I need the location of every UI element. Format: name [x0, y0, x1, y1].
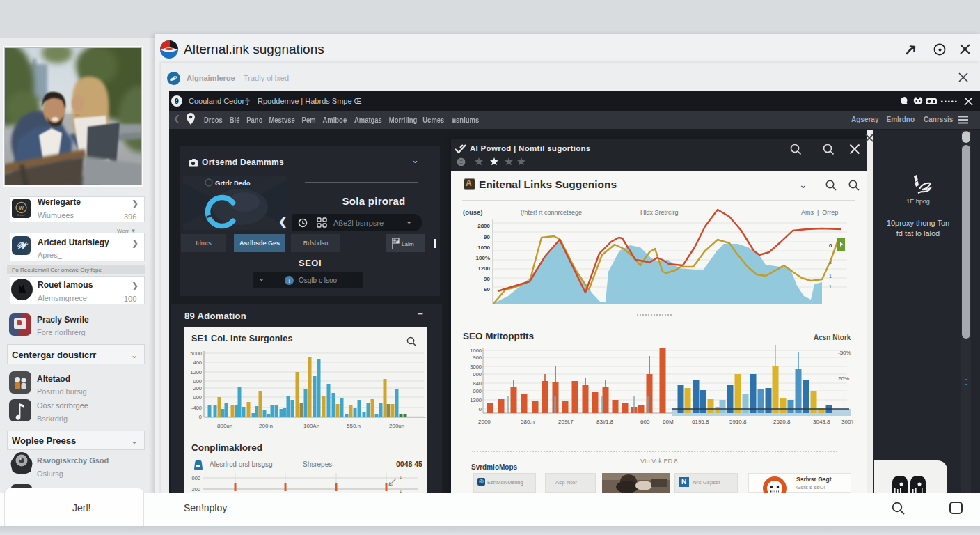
svg-text:1: 1: [829, 274, 832, 279]
svg-text:840: 840: [473, 380, 482, 387]
svg-text:20%: 20%: [838, 375, 849, 382]
svg-text:0: 0: [479, 406, 482, 412]
svg-text:1000: 1000: [470, 348, 482, 354]
svg-text:Lalrn: Lalrn: [402, 241, 414, 247]
svg-text:400: 400: [193, 359, 202, 366]
svg-text:605: 605: [640, 419, 650, 425]
svg-text:W: W: [19, 206, 24, 210]
svg-text:100%: 100%: [476, 255, 490, 261]
svg-text:000: 000: [473, 388, 482, 394]
svg-text:2520.8: 2520.8: [773, 419, 791, 425]
svg-text:000: 000: [191, 475, 200, 481]
svg-text:1200: 1200: [477, 265, 490, 272]
svg-text:200: 200: [193, 385, 202, 391]
svg-text:1: 1: [829, 284, 832, 289]
svg-text:5000: 5000: [190, 350, 202, 357]
svg-text:3: 3: [829, 260, 832, 265]
svg-text:90: 90: [484, 276, 490, 282]
svg-text:1: 1: [400, 475, 402, 479]
svg-text:0: 0: [829, 242, 832, 249]
svg-text:9: 9: [175, 97, 179, 105]
svg-text:-400: -400: [191, 405, 202, 411]
svg-text:i: i: [289, 278, 290, 284]
svg-text:2000: 2000: [478, 419, 491, 425]
svg-text:1200: 1200: [190, 369, 202, 375]
svg-text:900: 900: [473, 355, 482, 361]
svg-text:209l.7: 209l.7: [558, 419, 574, 425]
svg-text:0: 0: [199, 414, 202, 420]
svg-text:5910.8: 5910.8: [729, 419, 747, 425]
svg-text:𝒲: 𝒲: [17, 240, 29, 251]
svg-text:Esro#: Esro#: [17, 213, 25, 217]
svg-text:3043.8: 3043.8: [813, 419, 830, 425]
svg-text:2800: 2800: [477, 223, 490, 229]
svg-text:83l/1.8: 83l/1.8: [596, 419, 614, 425]
svg-text:1300: 1300: [470, 397, 482, 403]
svg-text:Grtrlr Dedo: Grtrlr Dedo: [215, 179, 251, 187]
svg-text:200: 200: [191, 486, 200, 493]
svg-text:-50%: -50%: [838, 350, 851, 356]
svg-text:580.n: 580.n: [521, 419, 535, 425]
svg-text:000: 000: [473, 371, 482, 378]
svg-text:000: 000: [193, 378, 202, 385]
svg-text:1050: 1050: [477, 245, 490, 251]
svg-text:000: 000: [193, 394, 202, 401]
svg-text:3000: 3000: [470, 364, 482, 370]
svg-text:60: 60: [484, 286, 490, 293]
svg-text:6195.8: 6195.8: [692, 419, 709, 425]
svg-text:90: 90: [484, 234, 490, 240]
svg-text:60M: 60M: [663, 419, 674, 425]
svg-text:300'l: 300'l: [841, 419, 853, 425]
